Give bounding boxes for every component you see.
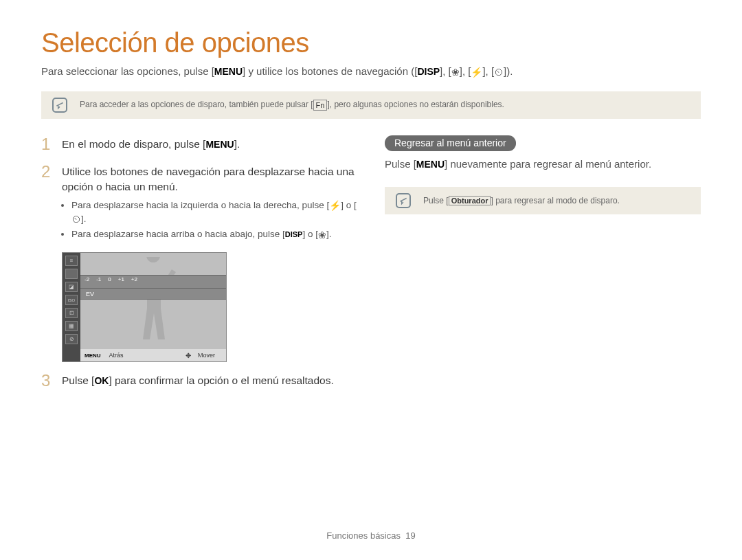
obturador-label-icon: Obturador — [449, 196, 491, 205]
timer-icon: ⏲ — [494, 67, 504, 77]
subtitle-part: ], [ — [482, 65, 494, 77]
note-text-part: ] para regresar al modo de disparo. — [491, 196, 619, 205]
ev-scale-marks: -2 -1 0 +1 +2 — [85, 276, 137, 282]
section-heading-pill: Regresar al menú anterior — [385, 135, 516, 151]
ev-mark: 0 — [108, 276, 111, 282]
sidebar-icon: ≡ — [65, 256, 78, 266]
step-text: Pulse [ — [62, 374, 94, 386]
info-note-box: Para acceder a las opciones de disparo, … — [41, 91, 701, 119]
step-text: ]. — [234, 138, 240, 150]
step-number: 3 — [41, 372, 54, 390]
left-column: 1 En el modo de disparo, pulse [MENU]. 2… — [41, 135, 357, 400]
ev-mark: -1 — [96, 276, 101, 282]
right-text: Pulse [MENU] nuevamente para regresar al… — [385, 157, 701, 172]
subtitle-part: Para seleccionar las opciones, pulse [ — [41, 65, 214, 77]
note-text-part: ], pero algunas opciones no estarán disp… — [327, 100, 504, 109]
ev-mark: +1 — [118, 276, 124, 282]
ok-label-icon: OK — [94, 374, 109, 388]
note-icon — [396, 193, 411, 208]
step-2: 2 Utilice los botones de navegación para… — [41, 163, 357, 243]
camera-screenshot: ≡ ◪ ISO ⊡ ▦ ⊘ -2 — [62, 252, 227, 362]
sidebar-icon: ⊡ — [65, 308, 78, 318]
note-text-part: Pulse [ — [423, 196, 449, 205]
sub-bullet: Para desplazarse hacia arriba o hacia ab… — [71, 227, 357, 241]
footer-menu-label: MENU — [80, 352, 105, 359]
disp-label-icon: DISP — [417, 65, 440, 79]
bullet-text: ] o [ — [302, 229, 318, 239]
sub-bullet: Para desplazarse hacia la izquierda o ha… — [71, 199, 357, 227]
fn-label-icon: Fn — [313, 100, 328, 111]
step-text: Utilice los botones de navegación para d… — [62, 164, 357, 194]
disp-label-icon: DISP — [285, 229, 303, 240]
sidebar-icon: ▦ — [65, 321, 78, 331]
note-text-part: Para acceder a las opciones de disparo, … — [80, 100, 313, 109]
sidebar-icon — [65, 269, 78, 279]
person-silhouette-icon — [122, 257, 184, 346]
flash-icon: ⚡ — [471, 67, 482, 77]
ev-label: EV — [83, 291, 94, 298]
subtitle-part: ]). — [504, 65, 513, 77]
step-3: 3 Pulse [OK] para confirmar la opción o … — [41, 372, 357, 390]
nav-icon: ✥ — [186, 352, 191, 359]
step-1: 1 En el modo de disparo, pulse [MENU]. — [41, 135, 357, 153]
sidebar-icon: ⊘ — [65, 334, 78, 344]
menu-label-icon: MENU — [205, 138, 234, 152]
ev-label-band: EV — [80, 289, 226, 300]
step-number: 1 — [41, 135, 54, 153]
bullet-text: ] o [ — [341, 200, 357, 210]
info-note-box: Pulse [Obturador] para regresar al modo … — [385, 187, 701, 214]
flash-icon: ⚡ — [329, 201, 341, 210]
ev-mark: +2 — [131, 276, 137, 282]
timer-icon: ⏲ — [71, 214, 81, 224]
right-column: Regresar al menú anterior Pulse [MENU] n… — [385, 135, 701, 400]
screenshot-footer: MENU Atrás ✥ Mover — [63, 349, 226, 361]
footer-page-number: 19 — [405, 530, 415, 541]
step-number: 2 — [41, 163, 54, 243]
bullet-text: Para desplazarse hacia la izquierda o ha… — [71, 200, 329, 210]
footer-section: Funciones básicas — [326, 530, 401, 541]
subtitle-part: ] y utilice los botones de navegación ([ — [243, 65, 417, 77]
note-icon — [52, 98, 67, 113]
footer-back-label: Atrás — [105, 352, 128, 359]
screenshot-sidebar: ≡ ◪ ISO ⊡ ▦ ⊘ — [63, 253, 80, 349]
macro-icon: ❀ — [451, 67, 460, 77]
ev-mark: -2 — [85, 276, 89, 282]
page-title: Selección de opciones — [41, 27, 701, 58]
bullet-text: ]. — [81, 214, 87, 224]
menu-label-icon: MENU — [214, 65, 243, 79]
text-part: Pulse [ — [385, 158, 416, 170]
footer-move-label: Mover — [194, 352, 219, 359]
sidebar-ev-icon: ◪ — [65, 282, 78, 292]
menu-label-icon: MENU — [416, 157, 445, 172]
subtitle-part: ], [ — [460, 65, 471, 77]
bullet-text: ]. — [326, 229, 332, 239]
screenshot-main: -2 -1 0 +1 +2 EV — [80, 253, 226, 349]
page-subtitle: Para seleccionar las opciones, pulse [ME… — [41, 64, 701, 79]
subtitle-part: ], [ — [440, 65, 451, 77]
page-footer: Funciones básicas 19 — [0, 530, 742, 541]
bullet-text: Para desplazarse hacia arriba o hacia ab… — [71, 229, 285, 239]
step-text: ] para confirmar la opción o el menú res… — [109, 374, 333, 386]
step-text: En el modo de disparo, pulse [ — [62, 138, 205, 150]
macro-icon: ❀ — [318, 230, 326, 240]
sidebar-icon: ISO — [65, 295, 78, 305]
text-part: ] nuevamente para regresar al menú anter… — [445, 158, 651, 170]
